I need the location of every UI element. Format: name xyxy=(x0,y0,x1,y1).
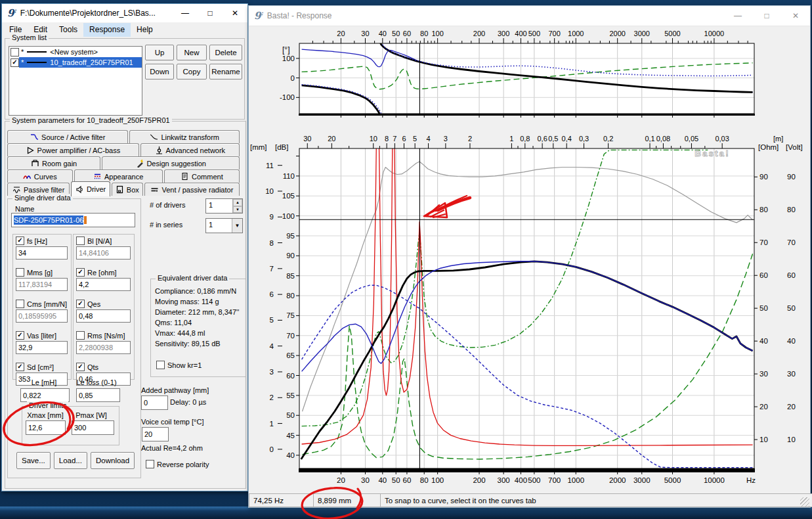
reverse-polarity-row[interactable]: Reverse polarity xyxy=(146,460,209,468)
le-input[interactable]: 0,822 xyxy=(20,388,70,402)
menu-help[interactable]: Help xyxy=(131,23,159,37)
svg-text:3000: 3000 xyxy=(633,476,651,484)
down-button[interactable]: Down xyxy=(145,64,174,79)
basta-main-window: 9: F:\Dokumente\Projektordner_LS\Bas... … xyxy=(1,3,248,491)
svg-text:100: 100 xyxy=(431,476,444,484)
fields-left: fs [Hz]34Mms [g]117,83194Cms [mm/N]0,185… xyxy=(12,234,70,392)
resize-grip-icon[interactable] xyxy=(800,497,809,507)
stepper-down-icon[interactable]: ▼ xyxy=(233,206,242,214)
fs-hz-checkbox[interactable] xyxy=(16,237,24,245)
new-button[interactable]: New xyxy=(177,45,207,60)
vas-liter-checkbox[interactable] xyxy=(16,331,24,340)
menu-tools[interactable]: Tools xyxy=(53,23,83,37)
left-titlebar[interactable]: 9: F:\Dokumente\Projektordner_LS\Bas... … xyxy=(2,4,247,22)
maximize-button[interactable]: □ xyxy=(198,4,223,22)
xmax-input[interactable]: 12,6 xyxy=(26,420,66,435)
reverse-polarity-checkbox[interactable] xyxy=(146,460,154,468)
close-button[interactable]: ✕ xyxy=(781,6,810,26)
svg-text:1000: 1000 xyxy=(568,30,584,37)
in-series-dropdown[interactable]: 1 ▼ xyxy=(205,218,243,233)
close-button[interactable]: ✕ xyxy=(223,4,247,22)
sd-cm-checkbox[interactable] xyxy=(16,363,24,371)
rename-button[interactable]: Rename xyxy=(209,64,242,79)
equivalent-line: Vmax: 444,8 ml xyxy=(155,329,246,337)
status-bar: 74,25 Hz8,899 mmTo snap to a curve, sele… xyxy=(249,493,810,507)
tab-box[interactable]: Box xyxy=(112,183,143,196)
stepper-up-icon[interactable]: ▲ xyxy=(233,199,242,206)
tab-linkwitz-transform[interactable]: Linkwitz transform xyxy=(129,130,240,143)
svg-text:0,05: 0,05 xyxy=(685,135,698,143)
added-pathway-input[interactable]: 0 xyxy=(141,395,168,410)
vas-liter-input[interactable]: 32,9 xyxy=(16,341,68,354)
re-ohm-checkbox[interactable] xyxy=(76,268,85,277)
menu-response[interactable]: Response xyxy=(83,23,131,37)
rms-ns-m-input[interactable]: 2,2800938 xyxy=(76,341,131,354)
svg-text:5000: 5000 xyxy=(664,30,680,37)
system-listbox[interactable]: *<New system>*10_tradeoff_250F75PR01 xyxy=(9,46,142,116)
re-ohm-input[interactable]: 4,2 xyxy=(76,278,131,291)
load-button[interactable]: Load... xyxy=(54,452,87,469)
show-kr-checkbox[interactable] xyxy=(156,361,165,369)
bl-n-a-input[interactable]: 14,84106 xyxy=(76,246,131,260)
show-kr-label: Show kr=1 xyxy=(167,361,202,369)
linkwitz-curve-icon xyxy=(150,133,158,141)
minimize-button[interactable]: — xyxy=(723,6,752,26)
qts-checkbox[interactable] xyxy=(76,363,85,371)
cms-mm-n-checkbox[interactable] xyxy=(16,300,24,308)
mms-g-input[interactable]: 117,83194 xyxy=(16,278,68,291)
svg-text:5: 5 xyxy=(413,135,417,143)
tab-design-suggestion[interactable]: Design suggestion xyxy=(102,156,240,169)
tab-vent-passive-radiator[interactable]: Vent / passive radiator xyxy=(144,183,240,196)
maximize-button[interactable]: □ xyxy=(752,6,781,26)
system-list-item[interactable]: *10_tradeoff_250F75PR01 xyxy=(9,57,142,68)
system-list-item[interactable]: *<New system> xyxy=(9,47,142,57)
response-charts[interactable]: 2030405060801002003004005007001000200030… xyxy=(249,26,810,493)
num-drivers-value: 1 xyxy=(206,199,232,213)
up-button[interactable]: Up xyxy=(145,45,174,60)
tab-appearance[interactable]: Appearance xyxy=(74,169,163,183)
svg-text:[°]: [°] xyxy=(282,45,289,55)
svg-text:10000: 10000 xyxy=(704,476,725,484)
num-drivers-stepper[interactable]: 1 ▲▼ xyxy=(205,198,243,214)
mms-g-checkbox[interactable] xyxy=(16,268,24,277)
pmax-input[interactable]: 300 xyxy=(72,420,114,435)
svg-text:[Ohm]: [Ohm] xyxy=(758,143,779,151)
right-titlebar[interactable]: 9: Basta! - Response — □ ✕ xyxy=(249,6,810,26)
svg-text:90: 90 xyxy=(759,173,768,181)
show-kr-row[interactable]: Show kr=1 xyxy=(156,361,202,369)
svg-text:80: 80 xyxy=(759,206,768,214)
added-pathway-label: Added pathway [mm] xyxy=(141,386,209,394)
tab-curves[interactable]: Curves xyxy=(7,169,73,183)
tab-driver[interactable]: Driver xyxy=(71,181,110,196)
rms-ns-m-checkbox[interactable] xyxy=(76,331,85,340)
bl-n-a-checkbox[interactable] xyxy=(76,237,85,245)
vc-temp-input[interactable]: 20 xyxy=(142,427,169,441)
delete-button[interactable]: Delete xyxy=(209,45,242,60)
tab-comment[interactable]: Comment xyxy=(164,169,240,183)
tab-advanced-network[interactable]: Advanced network xyxy=(140,143,240,156)
driver-name-input[interactable]: SDF-250F75PR01-06 xyxy=(11,213,135,227)
driver-limits-label: Driver limits xyxy=(27,401,68,409)
curve-color-swatch xyxy=(27,51,47,53)
tab-power-amplifier-ac-bass[interactable]: Power amplifier / AC-bass xyxy=(7,143,139,156)
svg-text:50: 50 xyxy=(286,411,295,419)
fs-hz-input[interactable]: 34 xyxy=(16,246,68,260)
system-checkbox[interactable] xyxy=(11,48,19,56)
le-loss-input[interactable]: 0,85 xyxy=(76,388,120,402)
copy-button[interactable]: Copy xyxy=(177,64,207,79)
tab-label: Comment xyxy=(192,173,223,181)
svg-text:200: 200 xyxy=(473,476,485,484)
bl-n-a-label: Bl [N/A] xyxy=(87,237,112,245)
svg-text:30: 30 xyxy=(361,30,369,37)
system-name: 10_tradeoff_250F75PR01 xyxy=(50,58,133,66)
qes-input[interactable]: 0,48 xyxy=(76,309,131,323)
tab-source-active-filter[interactable]: Source / Active filter xyxy=(7,130,128,143)
tab-room-gain[interactable]: Room gain xyxy=(7,156,100,169)
download-button[interactable]: Download xyxy=(91,452,135,469)
chevron-down-icon[interactable]: ▼ xyxy=(232,219,242,233)
system-checkbox[interactable] xyxy=(11,58,19,67)
save-button[interactable]: Save... xyxy=(16,452,51,469)
qes-checkbox[interactable] xyxy=(76,300,85,308)
minimize-button[interactable]: — xyxy=(173,4,198,22)
cms-mm-n-input[interactable]: 0,18595995 xyxy=(16,309,68,323)
